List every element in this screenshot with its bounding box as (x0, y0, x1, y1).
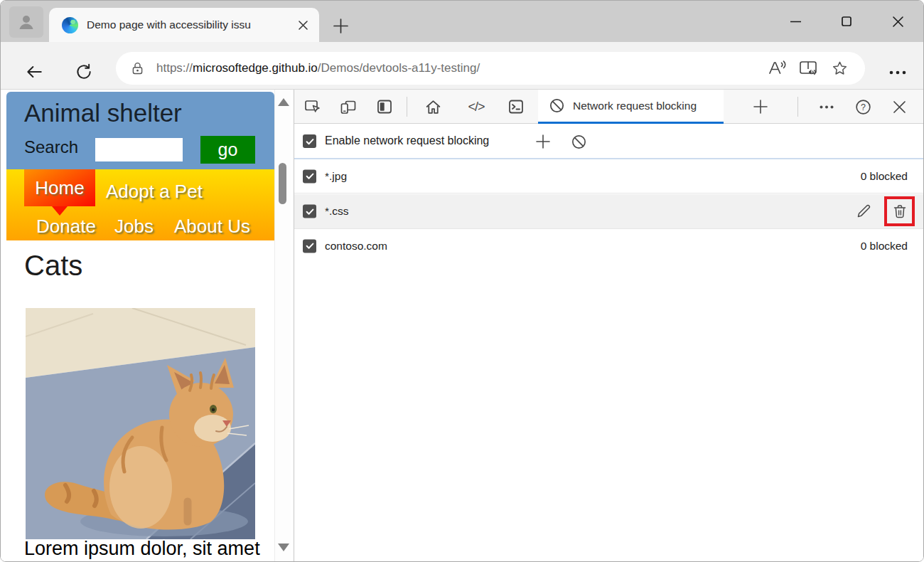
inspect-element-button[interactable] (299, 92, 327, 121)
nav-item-jobs[interactable]: Jobs (114, 216, 154, 238)
profile-avatar[interactable] (9, 6, 43, 38)
blocked-pattern-row[interactable]: *.css (294, 194, 923, 228)
site-title: Animal shelter (24, 99, 182, 127)
blocked-pattern-row[interactable]: contoso.com 0 blocked (294, 228, 923, 263)
favorites-star-icon[interactable] (824, 54, 855, 83)
more-tabs-button[interactable] (746, 92, 775, 121)
toolbar-separator (797, 97, 798, 117)
cats-heading: Cats (24, 250, 82, 282)
tab-network-request-blocking[interactable]: Network request blocking (538, 90, 724, 124)
minimize-button[interactable] (770, 1, 821, 42)
enable-blocking-checkbox[interactable] (303, 134, 316, 148)
browser-tab[interactable]: Demo page with accessibility issu (49, 8, 319, 42)
immersive-reader-icon[interactable] (793, 54, 824, 83)
address-toolbar: https://microsoftedge.github.io/Demos/de… (1, 42, 923, 90)
address-bar[interactable]: https://microsoftedge.github.io/Demos/de… (116, 52, 865, 85)
browser-window: Demo page with accessibility issu (0, 0, 924, 562)
nav-item-about[interactable]: About Us (174, 216, 250, 238)
edge-logo-icon (62, 17, 78, 33)
blocking-header-row: Enable network request blocking (294, 124, 923, 159)
blocked-count: 0 blocked (861, 170, 908, 183)
pattern-text: *.css (325, 205, 349, 218)
code-icon: </> (468, 100, 484, 115)
url-scheme: https:// (156, 61, 193, 75)
lock-icon[interactable] (130, 60, 145, 77)
pattern-text: contoso.com (325, 240, 387, 253)
pattern-checkbox[interactable] (303, 169, 316, 183)
scroll-up-icon[interactable] (278, 98, 289, 106)
scroll-down-icon[interactable] (278, 544, 289, 551)
close-window-button[interactable] (872, 1, 923, 42)
search-label: Search (24, 137, 78, 157)
dock-side-button[interactable] (370, 92, 399, 121)
devtools-panel: </> Network request blocking (294, 90, 923, 561)
annotation-highlight-box (884, 196, 915, 226)
site-nav: Home Adopt a Pet Donate Jobs About Us (6, 169, 274, 240)
close-devtools-button[interactable] (885, 92, 913, 121)
window-controls (770, 1, 923, 42)
help-button[interactable]: ? (849, 92, 877, 121)
back-button[interactable] (20, 58, 48, 86)
maximize-button[interactable] (821, 1, 872, 42)
remove-all-patterns-button[interactable] (564, 127, 593, 156)
body-text: Lorem ipsum dolor, sit amet (24, 538, 260, 560)
person-icon (16, 12, 36, 32)
nav-item-donate[interactable]: Donate (36, 216, 96, 238)
tab-close-icon[interactable] (294, 16, 312, 34)
pattern-checkbox[interactable] (303, 239, 316, 253)
pattern-text: *.jpg (325, 170, 347, 183)
block-icon (548, 97, 566, 115)
refresh-button[interactable] (70, 58, 98, 86)
toolbar-separator (407, 97, 407, 117)
device-emulation-button[interactable] (334, 92, 362, 121)
pattern-checkbox[interactable] (303, 205, 316, 218)
settings-more-icon[interactable] (882, 60, 913, 85)
page-scrollbar[interactable] (274, 90, 291, 561)
devtools-toolbar: </> Network request blocking (294, 90, 923, 124)
tab-bar: Demo page with accessibility issu (1, 1, 923, 42)
nav-item-home[interactable]: Home (24, 169, 95, 206)
new-tab-button[interactable] (328, 15, 353, 36)
demo-page-viewport: Animal shelter Search go Home Adopt a Pe… (1, 90, 294, 561)
nav-home-label: Home (35, 177, 84, 199)
console-tab-button[interactable] (502, 92, 530, 121)
cat-photo (26, 308, 255, 539)
tab-title: Demo page with accessibility issu (87, 18, 287, 31)
blocked-pattern-row[interactable]: *.jpg 0 blocked (294, 159, 923, 193)
devtools-more-options-button[interactable] (812, 92, 841, 121)
blocked-count: 0 blocked (861, 240, 908, 253)
edit-pattern-button[interactable] (849, 197, 878, 226)
url-text[interactable]: https://microsoftedge.github.io/Demos/de… (156, 61, 761, 75)
add-pattern-button[interactable] (529, 127, 557, 156)
elements-tab-button[interactable]: </> (462, 92, 490, 121)
home-tab-button[interactable] (419, 92, 447, 121)
url-domain: microsoftedge.github.io (193, 61, 318, 75)
search-input[interactable] (95, 138, 183, 161)
svg-text:?: ? (861, 102, 866, 112)
read-aloud-icon[interactable] (761, 54, 793, 83)
search-go-button[interactable]: go (200, 136, 255, 164)
content-area: Animal shelter Search go Home Adopt a Pe… (1, 90, 923, 561)
scrollbar-thumb[interactable] (279, 163, 286, 204)
site-header: Animal shelter Search go (6, 92, 274, 169)
nav-item-adopt[interactable]: Adopt a Pet (106, 181, 203, 203)
active-tab-label: Network request blocking (573, 100, 697, 112)
enable-blocking-label: Enable network request blocking (325, 134, 489, 147)
url-path: /Demos/devtools-a11y-testing/ (318, 61, 480, 75)
